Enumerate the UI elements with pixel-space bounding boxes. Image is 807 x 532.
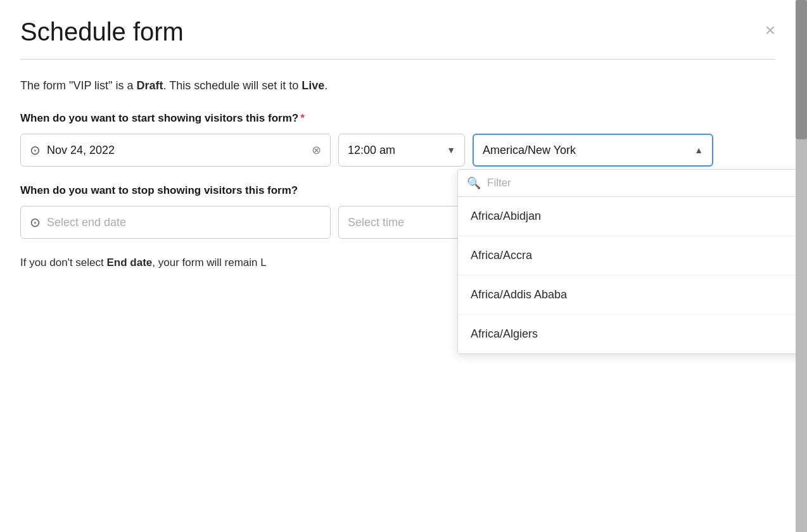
desc-status-draft: Draft xyxy=(137,79,163,92)
modal-body: The form "VIP list" is a Draft. This sch… xyxy=(0,60,796,532)
modal-title: Schedule form xyxy=(20,18,184,46)
desc-mid1: is a xyxy=(113,79,137,92)
filter-input[interactable] xyxy=(487,177,796,189)
start-time-value: 12:00 am xyxy=(348,144,395,157)
start-section-label: When do you want to start showing visito… xyxy=(20,112,775,125)
calendar-icon: ⊙ xyxy=(30,142,41,158)
clear-date-icon[interactable]: ⊗ xyxy=(312,143,321,157)
form-description: The form "VIP list" is a Draft. This sch… xyxy=(20,77,775,94)
close-button[interactable]: × xyxy=(765,22,775,39)
footer-end-date-label: End date xyxy=(107,256,153,269)
modal-header: Schedule form × xyxy=(0,0,796,59)
desc-mid2: . This schedule will set it to xyxy=(163,79,302,92)
start-time-dropdown[interactable]: 12:00 am ▼ xyxy=(338,134,465,167)
desc-status-live: Live xyxy=(302,79,324,92)
end-date-placeholder: Select end date xyxy=(47,216,321,229)
timezone-dropdown-panel: 🔍 Africa/Abidjan Africa/Accra Africa/Add… xyxy=(457,169,796,354)
time-chevron-down-icon: ▼ xyxy=(447,145,455,155)
timezone-option-abidjan[interactable]: Africa/Abidjan xyxy=(458,197,796,236)
timezone-option-accra[interactable]: Africa/Accra xyxy=(458,236,796,276)
desc-prefix: The form xyxy=(20,79,69,92)
desc-form-name: "VIP list" xyxy=(69,79,112,92)
end-time-dropdown[interactable]: Select time xyxy=(338,206,465,239)
footer-prefix: If you don't select xyxy=(20,256,107,269)
filter-search-icon: 🔍 xyxy=(467,176,481,190)
timezone-dropdown[interactable]: America/New York ▲ xyxy=(473,134,713,167)
footer-suffix: , your form will remain L xyxy=(152,256,266,269)
end-date-input[interactable]: ⊙ Select end date xyxy=(20,206,331,239)
end-time-placeholder: Select time xyxy=(348,216,404,229)
timezone-option-algiers[interactable]: Africa/Algiers xyxy=(458,315,796,353)
start-date-value: Nov 24, 2022 xyxy=(47,144,305,157)
filter-row: 🔍 xyxy=(458,170,796,197)
timezone-chevron-up-icon: ▲ xyxy=(694,145,703,155)
start-date-input[interactable]: ⊙ Nov 24, 2022 ⊗ xyxy=(20,134,331,167)
timezone-value: America/New York xyxy=(483,144,576,157)
timezone-option-addis-ababa[interactable]: Africa/Addis Ababa xyxy=(458,276,796,315)
required-star: * xyxy=(300,112,305,124)
start-field-row: ⊙ Nov 24, 2022 ⊗ 12:00 am ▼ America/New … xyxy=(20,134,775,167)
desc-suffix: . xyxy=(324,79,327,92)
end-calendar-icon: ⊙ xyxy=(30,215,41,230)
schedule-form-modal: Schedule form × The form "VIP list" is a… xyxy=(0,0,796,532)
